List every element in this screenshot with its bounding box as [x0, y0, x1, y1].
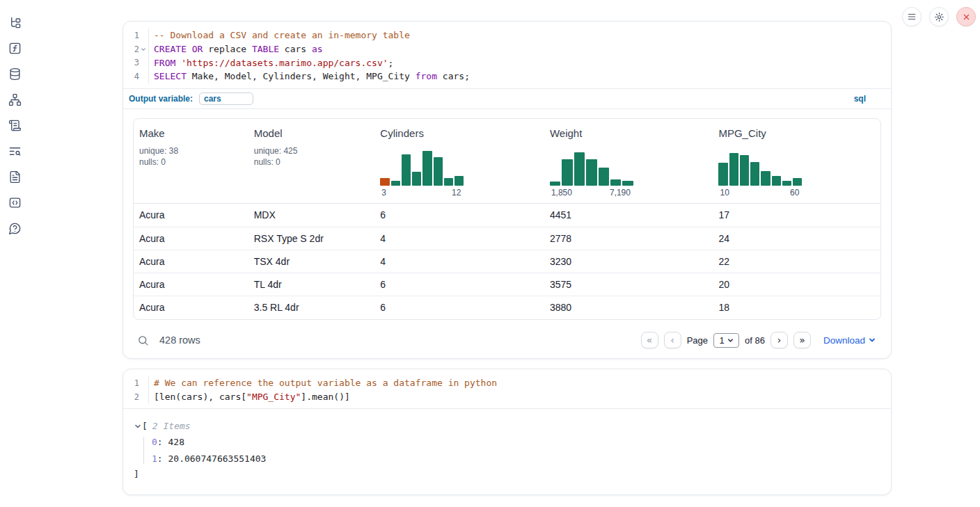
- page-total-label: of 86: [745, 335, 765, 346]
- histogram-max-label: 60: [790, 188, 799, 198]
- table-row: AcuraMDX6445117: [134, 204, 880, 227]
- column-title[interactable]: Make: [139, 127, 248, 139]
- column-title[interactable]: MPG_City: [718, 127, 880, 139]
- line-number: 2: [123, 392, 139, 402]
- chevron-down-icon: [869, 337, 876, 344]
- documentation-icon[interactable]: [8, 170, 22, 184]
- page-label: Page: [687, 335, 708, 346]
- scratchpad-icon[interactable]: [8, 118, 22, 132]
- helper-panel-sidebar: [0, 0, 29, 235]
- row-count: 428 rows: [159, 335, 200, 346]
- last-page-button[interactable]: »: [793, 332, 811, 348]
- column-header-cylinders: Cylinders 3 12: [374, 119, 544, 203]
- column-title[interactable]: Weight: [550, 127, 713, 139]
- code-line: 2 [len(cars), cars["MPG_City"].mean()]: [123, 390, 891, 404]
- code-line: 2 CREATE OR replace TABLE cars as: [123, 42, 891, 56]
- items-count-label: 2 Items: [148, 421, 191, 431]
- output-variable-row: Output variable: sql: [123, 88, 891, 108]
- column-header-model: Model unique: 425 nulls: 0: [248, 119, 375, 203]
- mpg-city-histogram: 10 60: [718, 151, 802, 198]
- fold-chevron-icon[interactable]: [139, 47, 147, 52]
- histogram-min-label: 10: [720, 188, 729, 198]
- column-nulls-stat: nulls: 0: [139, 156, 248, 168]
- shutdown-button[interactable]: [956, 7, 976, 26]
- close-bracket: ]: [134, 469, 891, 479]
- page-select[interactable]: 1: [713, 333, 739, 348]
- file-tree-icon[interactable]: [8, 15, 22, 29]
- table-row: AcuraRSX Type S 2dr4277824: [134, 227, 880, 250]
- python-code-editor[interactable]: 1 # We can reference the output variable…: [123, 369, 891, 408]
- database-icon[interactable]: [8, 67, 22, 81]
- next-page-button[interactable]: ›: [770, 332, 788, 348]
- column-unique-stat: unique: 425: [254, 145, 375, 156]
- table-row: Acura3.5 RL 4dr6388018: [134, 296, 880, 319]
- output-variable-input[interactable]: [199, 92, 253, 105]
- column-header-weight: Weight 1,850 7,190: [544, 119, 713, 203]
- line-number: 2: [123, 45, 139, 54]
- close-x-icon: [962, 13, 971, 22]
- histogram-min-label: 1,850: [551, 188, 572, 198]
- chevron-down-icon: [727, 337, 734, 344]
- sql-code-editor[interactable]: 1 -- Download a CSV and create an in-mem…: [123, 22, 891, 88]
- histogram-bars[interactable]: [380, 151, 464, 186]
- column-header-mpg-city: MPG_City 10 60: [713, 119, 880, 203]
- first-page-button[interactable]: «: [641, 332, 658, 348]
- download-button[interactable]: Download: [823, 335, 876, 346]
- column-unique-stat: unique: 38: [139, 145, 248, 156]
- logs-search-icon[interactable]: [8, 144, 22, 158]
- table-row: AcuraTSX 4dr4323022: [134, 250, 880, 273]
- menu-button[interactable]: [902, 7, 922, 26]
- menu-icon: [907, 12, 917, 22]
- open-bracket: [: [142, 421, 148, 431]
- sql-cell: 1 -- Download a CSV and create an in-mem…: [122, 21, 892, 359]
- table-footer: 428 rows « ‹ Page 1 of 86 › » Download: [137, 330, 876, 351]
- search-icon[interactable]: [137, 335, 149, 346]
- notebook-actions-toolbar: [902, 7, 976, 26]
- histogram-bars[interactable]: [718, 151, 802, 186]
- table-header: Make unique: 38 nulls: 0 Model unique: 4…: [134, 119, 880, 204]
- line-number: 1: [123, 378, 139, 388]
- code-line: 1 # We can reference the output variable…: [123, 376, 891, 390]
- code-line: 1 -- Download a CSV and create an in-mem…: [123, 29, 891, 42]
- line-number: 1: [123, 31, 139, 40]
- code-line: 3 FROM 'https://datasets.marimo.app/cars…: [123, 56, 891, 70]
- column-header-make: Make unique: 38 nulls: 0: [134, 119, 248, 203]
- weight-histogram: 1,850 7,190: [550, 151, 633, 198]
- histogram-min-label: 3: [381, 188, 386, 198]
- column-nulls-stat: nulls: 0: [254, 156, 375, 168]
- list-item: 1: 20.060747663551403: [152, 453, 891, 464]
- table-row: AcuraTL 4dr6357520: [134, 273, 880, 296]
- python-cell: 1 # We can reference the output variable…: [122, 369, 892, 495]
- function-icon[interactable]: [8, 41, 22, 55]
- histogram-max-label: 7,190: [610, 188, 631, 198]
- line-number: 4: [123, 72, 139, 81]
- data-table: Make unique: 38 nulls: 0 Model unique: 4…: [133, 118, 881, 320]
- cylinders-histogram: 3 12: [380, 151, 464, 198]
- column-title[interactable]: Cylinders: [380, 127, 544, 139]
- line-number: 3: [123, 58, 139, 67]
- help-icon[interactable]: [8, 221, 22, 235]
- settings-gear-icon: [934, 12, 945, 22]
- language-badge[interactable]: sql: [854, 94, 866, 104]
- dependency-graph-icon[interactable]: [8, 92, 22, 106]
- settings-button[interactable]: [929, 7, 949, 26]
- list-item: 0: 428: [152, 437, 891, 447]
- collapse-chevron-icon[interactable]: [134, 423, 141, 430]
- cell-output-tree: [ 2 Items 0: 428 1: 20.060747663551403 ]: [123, 409, 891, 479]
- histogram-bars[interactable]: [550, 151, 633, 186]
- code-line: 4 SELECT Make, Model, Cylinders, Weight,…: [123, 70, 891, 83]
- histogram-max-label: 12: [452, 188, 461, 198]
- prev-page-button[interactable]: ‹: [664, 332, 681, 348]
- snippets-icon[interactable]: [8, 195, 22, 209]
- output-variable-label: Output variable:: [129, 94, 193, 104]
- column-title[interactable]: Model: [254, 127, 375, 139]
